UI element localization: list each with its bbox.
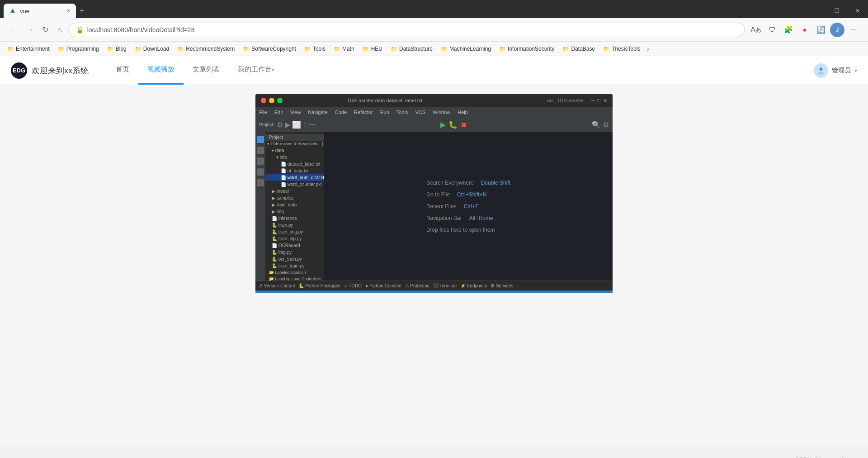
ide-problems-tab[interactable]: ⚠ Problems [405, 283, 429, 288]
bookmark-machinelearning[interactable]: 📁 MachineLearning [437, 45, 495, 53]
tree-label-tips[interactable]: 📂 Label tips and Controllers [265, 276, 324, 281]
ide-packages-tab[interactable]: 🐍 Python Packages [298, 283, 340, 288]
ide-restore-icon[interactable]: □ [597, 98, 600, 104]
ide-menu-run[interactable]: Run [380, 110, 389, 115]
tree-word-counter[interactable]: 📄 word_counter.pkl [265, 181, 324, 188]
bookmark-blog[interactable]: 📁 Blog [104, 45, 130, 53]
minimize-button[interactable]: — [806, 4, 826, 18]
tree-train-nlp[interactable]: 🐍 train_nlp.py [265, 235, 324, 242]
tree-train-data[interactable]: ▶ train_data [265, 201, 324, 208]
tree-ocr-train[interactable]: 🐍 ocr_train.py [265, 256, 324, 262]
bookmark-math[interactable]: 📁 Math [330, 45, 358, 53]
shield-btn[interactable]: 🛡 [765, 23, 779, 37]
ide-python-tab[interactable]: ● Python Console [365, 283, 401, 288]
ide-vcs-tab[interactable]: ⎇ Version Control [257, 283, 295, 288]
new-tab-button[interactable]: + [76, 6, 88, 16]
nav-workspace[interactable]: 我的工作台 ▾ [229, 56, 283, 85]
ide-stop-btn[interactable]: ⏹ [460, 121, 467, 129]
forward-button[interactable]: → [24, 24, 36, 36]
nav-articles[interactable]: 文章列表 [184, 56, 229, 85]
ide-run-btn[interactable]: ▶ [440, 120, 446, 129]
bookmark-heu[interactable]: 📁 HEU [359, 45, 386, 53]
tree-img[interactable]: ▶ img [265, 208, 324, 215]
tree-inference[interactable]: 📄 inference [265, 215, 324, 222]
nav-home[interactable]: 首页 [107, 56, 138, 85]
ide-sidebar-notification[interactable] [257, 179, 264, 186]
ide-sidebar-project[interactable] [257, 136, 264, 143]
bookmark-infosecurity[interactable]: 📁 InformationSecurity [495, 45, 558, 53]
ide-menu-tools[interactable]: Tools [396, 110, 408, 115]
ide-terminal-tab[interactable]: ⬛ Terminal [433, 283, 457, 288]
ide-toolbar-btn-1[interactable]: ⚙ [277, 120, 283, 129]
more-btn[interactable]: ⋯ [846, 23, 861, 37]
ide-menu-vcs[interactable]: VCS [415, 110, 426, 115]
ide-sidebar-commit[interactable] [257, 147, 264, 154]
translate-btn[interactable]: Aあ [749, 23, 763, 37]
tree-root[interactable]: ▾ TDR-master [C:\Users\zhu...] [265, 141, 324, 147]
ide-settings-icon[interactable]: ⚙ [603, 120, 609, 129]
bookmark-datastructure[interactable]: 📁 DataStructure [387, 45, 436, 53]
ide-sidebar-remote[interactable] [257, 157, 264, 165]
ide-endpoints-tab[interactable]: ⚡ Endpoints [460, 283, 487, 288]
bookmark-download[interactable]: 📁 DownLoad [131, 45, 173, 53]
tree-dataset-label[interactable]: 📄 dataset_label.txt [265, 161, 324, 167]
tree-nt-data[interactable]: 📄 nt_data.txt [265, 167, 324, 174]
ide-todo-tab[interactable]: ✓ TODO [344, 283, 362, 288]
tree-train-py[interactable]: 🐍 train.py [265, 222, 324, 229]
bookmark-entertainment[interactable]: 📁 Entertainment [4, 45, 53, 53]
maximize-button[interactable]: ❐ [826, 4, 847, 18]
ide-sidebar-run[interactable] [257, 168, 264, 176]
nav-video[interactable]: 视频播放 [138, 56, 184, 85]
ide-menu-file[interactable]: File [259, 110, 267, 115]
ide-menu-help[interactable]: Help [458, 110, 468, 115]
tree-model[interactable]: ▶ model [265, 188, 324, 195]
red-dot-btn[interactable]: ● [797, 23, 812, 37]
tree-labeled[interactable]: 📂 Labeled situation [265, 269, 324, 276]
tree-img-py[interactable]: 🐍 img.py [265, 249, 324, 256]
ide-toolbar-btn-5[interactable]: — [308, 120, 316, 129]
tree-train-train[interactable]: 🐍 train_train.py [265, 262, 324, 269]
sync-btn[interactable]: 🔄 [814, 23, 828, 37]
back-button[interactable]: ← [7, 24, 20, 36]
username-label[interactable]: 管理员 [832, 67, 851, 75]
home-button[interactable]: ⌂ [55, 24, 65, 36]
bookmark-thesis[interactable]: 📁 ThesisTools [599, 45, 644, 53]
bookmark-database[interactable]: 📁 DataBase [559, 45, 599, 53]
ide-close-icon[interactable]: ✕ [603, 98, 607, 104]
ide-toolbar-btn-3[interactable]: ⬜ [292, 120, 301, 129]
ide-toolbar-btn-4[interactable]: ↕ [303, 120, 307, 129]
ide-toolbar-btn-2[interactable]: ▶ [285, 120, 290, 129]
profile-avatar[interactable]: J [830, 23, 844, 37]
ide-menu-navigate[interactable]: Navigate [308, 110, 327, 115]
tree-ocrboard[interactable]: 📄 OCRboard [265, 242, 324, 249]
tree-train-img[interactable]: 🐍 train_img.py [265, 229, 324, 235]
refresh-button[interactable]: ↻ [40, 24, 51, 36]
ide-min-btn[interactable] [269, 98, 274, 103]
bookmarks-more[interactable]: › [647, 45, 649, 53]
url-bar[interactable]: 🔒 localhost:8080/front/videoDetail?id=28 [68, 23, 745, 37]
tree-info[interactable]: ▾ info [265, 154, 324, 161]
active-tab[interactable]: vue ✕ [4, 4, 76, 18]
bookmark-programming[interactable]: 📁 Programming [54, 45, 103, 53]
ide-close-btn[interactable] [261, 98, 266, 103]
ide-menu-window[interactable]: Window [433, 110, 450, 115]
bookmark-copyright[interactable]: 📁 SoftwareCopyright [239, 45, 300, 53]
tree-samples[interactable]: ▶ samples [265, 195, 324, 201]
ide-debug-btn[interactable]: 🐛 [448, 120, 458, 129]
ide-minimize-icon[interactable]: ─ [591, 98, 595, 104]
ide-search-icon[interactable]: 🔍 [592, 120, 601, 129]
ide-services-tab[interactable]: ⚙ Services [491, 283, 513, 288]
ide-menu-view[interactable]: View [290, 110, 301, 115]
extension-btn[interactable]: 🧩 [781, 23, 796, 37]
ide-menu-code[interactable]: Code [335, 110, 347, 115]
tree-word-num[interactable]: 📄 word_num_dict.txt [265, 174, 324, 181]
tree-data[interactable]: ▾ data [265, 147, 324, 154]
ide-max-btn[interactable] [277, 98, 283, 103]
ide-menu-refactor[interactable]: Refactor [354, 110, 373, 115]
tab-close-btn[interactable]: ✕ [66, 8, 71, 14]
ide-menu-edit[interactable]: Edit [274, 110, 283, 115]
bookmark-recommend[interactable]: 📁 RecommendSystem [174, 45, 238, 53]
bookmark-tools[interactable]: 📁 Tools [301, 45, 329, 53]
user-dropdown-arrow[interactable]: ▾ [854, 67, 857, 74]
close-button[interactable]: ✕ [847, 4, 868, 18]
